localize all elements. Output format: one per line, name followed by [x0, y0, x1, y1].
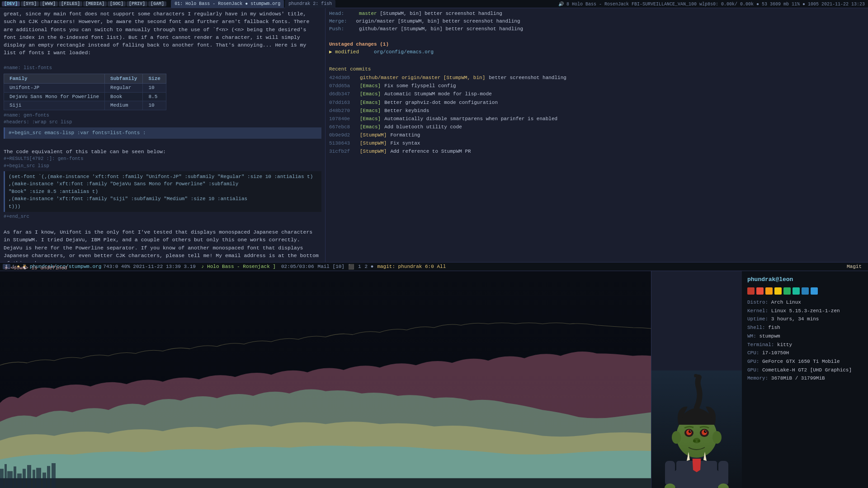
svg-rect-33: [665, 461, 675, 486]
color-swatch: [802, 287, 809, 295]
status-music: ♪ Holo Bass - Rosenjack ]: [201, 264, 276, 269]
commit-ref: [StumpWM]: [360, 148, 387, 155]
unstaged-header[interactable]: Unstaged changes (1): [329, 41, 864, 48]
commit-row: 424d305github/master origin/master [Stum…: [329, 74, 864, 82]
tag-priv[interactable]: [PRIV]: [127, 1, 147, 6]
tab-list: 01: Holo Bass - RosenJack ● stumpwm.org …: [171, 0, 553, 8]
sysinfo-gpu2: GPU: CometLake-H GT2 [UHD Graphics]: [747, 366, 863, 375]
commit-message: Better graphviz-dot mode configuration: [384, 99, 498, 107]
status-mode: magit: phundrak 6:0 All: [377, 264, 446, 269]
commit-hash: d48b270: [329, 107, 356, 115]
lisp-code: (set-font `(,(make-instance 'xft:font :f…: [4, 171, 321, 212]
color-swatch: [811, 287, 818, 295]
top-bar: [DEV] [SYS] [WWW] [FILES] [MEDIA] [SOC] …: [0, 0, 868, 8]
svg-point-26: [689, 430, 691, 433]
status-bar: 1 1 ● 🐧 phundrak/org/stumpwm.org 743:0 4…: [0, 262, 868, 271]
modified-row: ▶ modified org/config/emacs.org: [329, 48, 864, 56]
tag-media[interactable]: [MEDIA]: [83, 1, 107, 6]
status-circle: 2 ●: [365, 264, 374, 269]
shell-value: fish: [768, 325, 780, 330]
commit-row: d48b270[Emacs]Better keybinds: [329, 107, 864, 115]
tab-2[interactable]: phundrak 2: fish: [285, 0, 335, 8]
commit-ref: [Emacs]: [360, 90, 381, 98]
commit-message: Add bluetooth utility code: [384, 123, 462, 131]
svg-rect-11: [42, 473, 46, 488]
color-swatch: [783, 287, 791, 295]
color-swatch: [793, 287, 800, 295]
commit-ref: [Emacs]: [360, 99, 381, 107]
font-table-row: SijiMedium10: [4, 101, 166, 110]
commit-message: Better keybinds: [384, 107, 429, 115]
commit-message: Add reference to StumpWM PR: [390, 148, 471, 155]
tab-1[interactable]: 01: Holo Bass - RosenJack ● stumpwm.org: [171, 0, 284, 8]
font-table-cell: Siji: [4, 101, 105, 110]
tag-soc[interactable]: [SOC]: [108, 1, 126, 6]
bottom-section: phundrak@leon Distro: Arch Linux Kernel:…: [0, 271, 868, 488]
recent-commits-header: Recent commits: [329, 66, 864, 73]
avatar-area: [651, 271, 742, 488]
commit-ref: [StumpWM]: [360, 140, 387, 147]
commit-row: 667ebc8[Emacs]Add bluetooth utility code: [329, 123, 864, 131]
commit-message: Automatic StumpWM mode for lisp-mode: [384, 90, 492, 98]
commit-message: Automatically disable smartparens when p…: [384, 115, 557, 123]
gpu1-value: GeForce GTX 1650 Ti Mobile: [762, 359, 840, 364]
font-table-cell: 10: [143, 101, 166, 110]
svg-rect-12: [47, 466, 50, 488]
commit-row: 5138643[StumpWM]Fix syntax: [329, 140, 864, 147]
sysinfo-wm: WM: stumpwm: [747, 332, 863, 341]
results-label: #+RESULTS[4792 :]: gen-fonts: [4, 155, 321, 163]
sysinfo-distro: Distro: Arch Linux: [747, 298, 863, 307]
avatar-character: [651, 371, 742, 488]
distro-value: Arch Linux: [771, 300, 801, 305]
intro-paragraph: great, since my main font does not suppo…: [4, 10, 321, 57]
commit-hash: 07dd65a: [329, 82, 356, 90]
commit-message: Formatting: [390, 131, 420, 139]
sysinfo-shell: Shell: fish: [747, 324, 863, 332]
commit-hash: 107840e: [329, 115, 356, 123]
code-equiv-text: The code equivalent of this table can be…: [4, 148, 321, 155]
end-src: #+end_src: [4, 213, 321, 221]
svg-rect-13: [52, 463, 56, 488]
status-msg: s-<down> is undefined: [2, 265, 70, 271]
tag-sys[interactable]: [SYS]: [21, 1, 39, 6]
commit-row: 0b9e9d2[StumpWM]Formatting: [329, 131, 864, 139]
tag-dev[interactable]: [DEV]: [2, 1, 20, 6]
commit-hash: 424d305: [329, 74, 356, 82]
headers-code: #headers: :wrap src lisp: [4, 119, 321, 126]
kernel-value: Linux 5.15.3-zen1-1-zen: [771, 308, 840, 314]
commit-hash: 07dd163: [329, 99, 356, 107]
tag-gam[interactable]: [GAM]: [148, 1, 166, 6]
svg-point-32: [698, 440, 700, 442]
sysinfo-terminal: Terminal: kitty: [747, 341, 863, 349]
main-area: great, since my main font does not suppo…: [0, 8, 868, 262]
name-gen-fonts: #name: gen-fonts: [4, 112, 321, 119]
svg-rect-6: [17, 474, 22, 488]
svg-rect-2: [0, 469, 4, 488]
svg-point-27: [704, 430, 707, 433]
tag-files[interactable]: [FILES]: [59, 1, 82, 6]
tag-www[interactable]: [WWW]: [40, 1, 58, 6]
color-palette: [747, 287, 863, 295]
memory-value: 3678MiB / 31799MiB: [771, 375, 825, 381]
color-swatch: [756, 287, 764, 295]
name-list-fonts: #name: list-fonts: [4, 65, 321, 72]
commit-message: Fix syntax: [390, 140, 420, 147]
begin-src2: #+begin_src lisp: [4, 163, 321, 170]
status-position: 743:0 40% 2021-11-22 13:39 3.19: [103, 264, 196, 269]
font-table-row: DejaVu Sans Mono for PowerlineBook8.5: [4, 92, 166, 101]
svg-rect-34: [718, 461, 728, 486]
commit-message: Fix some flyspell config: [384, 82, 456, 90]
sysinfo-username: phundrak@leon: [747, 275, 863, 285]
commit-row: 07dd65a[Emacs]Fix some flyspell config: [329, 82, 864, 90]
commit-ref: [Emacs]: [360, 82, 381, 90]
font-table-cell: Medium: [105, 101, 143, 110]
begin-src-code: #+begin_src emacs-lisp :var fonts=list-f…: [4, 127, 321, 139]
sysinfo-gpu1: GPU: GeForce GTX 1650 Ti Mobile: [747, 357, 863, 366]
code-line-3: "Book" :size 8.5 :antialias t): [9, 188, 318, 196]
avatar-section: phundrak@leon Distro: Arch Linux Kernel:…: [651, 271, 868, 488]
waveform-svg: [0, 271, 651, 488]
sysinfo-memory: Memory: 3678MiB / 31799MiB: [747, 374, 863, 383]
svg-rect-5: [14, 466, 16, 488]
svg-rect-4: [7, 471, 13, 488]
commit-ref: [Emacs]: [360, 107, 381, 115]
